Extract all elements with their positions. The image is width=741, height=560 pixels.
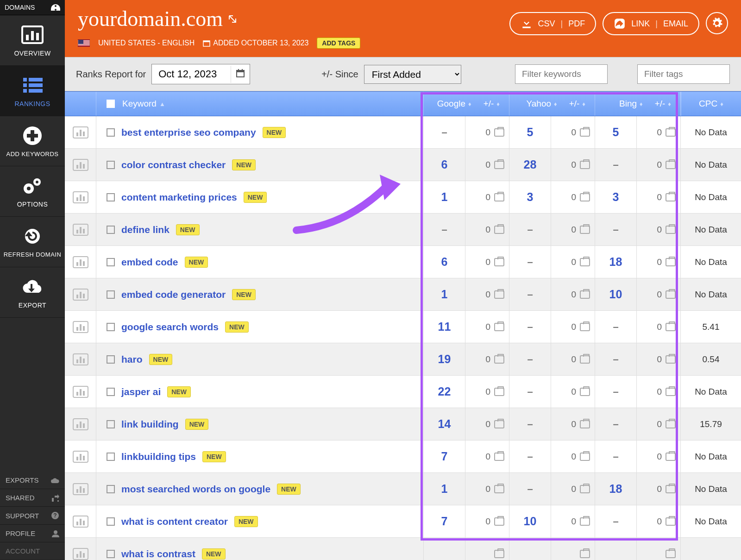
camera-icon[interactable] [494, 323, 504, 331]
sidebar-domains[interactable]: DOMAINS [0, 0, 65, 15]
row-checkbox[interactable] [107, 517, 115, 526]
keyword-link[interactable]: embed code [121, 257, 178, 268]
keyword-link[interactable]: google search words [121, 321, 219, 333]
col-bing[interactable]: Bing♦+/-♦ [595, 92, 681, 116]
sidebar-item-refresh-domain[interactable]: REFRESH DOMAIN [0, 217, 65, 267]
sidebar-account[interactable]: ACCOUNT [0, 542, 65, 560]
camera-icon[interactable] [580, 226, 590, 234]
camera-icon[interactable] [494, 420, 504, 428]
camera-icon[interactable] [494, 290, 504, 299]
keyword-link[interactable]: jasper ai [121, 386, 161, 397]
camera-icon[interactable] [494, 258, 504, 266]
camera-icon[interactable] [580, 258, 590, 266]
date-picker[interactable] [151, 64, 250, 84]
camera-icon[interactable] [666, 453, 676, 461]
keyword-link[interactable]: link building [121, 419, 179, 430]
settings-button[interactable] [706, 12, 728, 34]
camera-icon[interactable] [494, 517, 504, 526]
camera-icon[interactable] [580, 323, 590, 331]
keyword-link[interactable]: most searched words on google [121, 484, 270, 495]
row-checkbox[interactable] [107, 355, 115, 364]
sidebar-item-overview[interactable]: OVERVIEW [0, 15, 65, 66]
sidebar-item-rankings[interactable]: RANKINGS [0, 66, 65, 116]
col-cpc[interactable]: CPC♦ [681, 92, 741, 116]
keyword-link[interactable]: define link [121, 224, 170, 235]
row-chart-button[interactable] [65, 246, 96, 278]
filter-tags-input[interactable] [637, 64, 730, 84]
row-chart-button[interactable] [65, 505, 96, 537]
sidebar-item-options[interactable]: OPTIONS [0, 166, 65, 217]
sidebar-support[interactable]: SUPPORT? [0, 507, 65, 525]
camera-icon[interactable] [666, 226, 676, 234]
sidebar-shared[interactable]: SHARED [0, 489, 65, 507]
calendar-icon[interactable] [231, 66, 250, 83]
camera-icon[interactable] [580, 517, 590, 526]
sidebar-item-export[interactable]: EXPORT [0, 267, 65, 318]
row-chart-button[interactable] [65, 149, 96, 181]
camera-icon[interactable] [494, 355, 504, 364]
row-checkbox[interactable] [107, 388, 115, 396]
col-google[interactable]: Google♦+/-♦ [424, 92, 509, 116]
camera-icon[interactable] [666, 550, 676, 558]
row-chart-button[interactable] [65, 473, 96, 505]
camera-icon[interactable] [494, 161, 504, 169]
camera-icon[interactable] [494, 388, 504, 396]
row-chart-button[interactable] [65, 116, 96, 148]
keyword-link[interactable]: color contrast checker [121, 159, 226, 170]
sidebar-profile[interactable]: PROFILE [0, 525, 65, 542]
row-checkbox[interactable] [107, 485, 115, 493]
camera-icon[interactable] [580, 388, 590, 396]
row-chart-button[interactable] [65, 440, 96, 472]
select-all-checkbox[interactable] [107, 100, 115, 108]
row-chart-button[interactable] [65, 181, 96, 213]
row-checkbox[interactable] [107, 290, 115, 299]
keyword-link[interactable]: haro [121, 354, 143, 365]
camera-icon[interactable] [494, 193, 504, 201]
row-checkbox[interactable] [107, 420, 115, 428]
keyword-link[interactable]: linkbuilding tips [121, 451, 196, 462]
camera-icon[interactable] [580, 453, 590, 461]
row-chart-button[interactable] [65, 214, 96, 245]
camera-icon[interactable] [666, 128, 676, 137]
row-chart-button[interactable] [65, 538, 96, 560]
camera-icon[interactable] [580, 128, 590, 137]
camera-icon[interactable] [666, 388, 676, 396]
camera-icon[interactable] [666, 517, 676, 526]
export-csv-pdf-button[interactable]: CSV | PDF [509, 12, 597, 35]
row-chart-button[interactable] [65, 408, 96, 440]
row-checkbox[interactable] [107, 193, 115, 201]
row-checkbox[interactable] [107, 128, 115, 137]
keyword-link[interactable]: embed code generator [121, 289, 226, 300]
row-checkbox[interactable] [107, 258, 115, 266]
row-checkbox[interactable] [107, 453, 115, 461]
sidebar-item-add-keywords[interactable]: ADD KEYWORDS [0, 116, 65, 166]
camera-icon[interactable] [494, 485, 504, 493]
keyword-link[interactable]: what is content creator [121, 516, 228, 527]
camera-icon[interactable] [666, 193, 676, 201]
keyword-link[interactable]: content marketing prices [121, 192, 237, 203]
camera-icon[interactable] [580, 550, 590, 558]
camera-icon[interactable] [494, 453, 504, 461]
camera-icon[interactable] [580, 485, 590, 493]
row-chart-button[interactable] [65, 278, 96, 310]
keyword-link[interactable]: what is contrast [121, 548, 195, 560]
row-chart-button[interactable] [65, 311, 96, 343]
share-link-email-button[interactable]: LINK | EMAIL [603, 12, 699, 35]
camera-icon[interactable] [666, 420, 676, 428]
camera-icon[interactable] [580, 161, 590, 169]
camera-icon[interactable] [580, 420, 590, 428]
camera-icon[interactable] [666, 161, 676, 169]
camera-icon[interactable] [494, 226, 504, 234]
domain-title[interactable]: yourdomain.com [78, 6, 360, 31]
add-tags-button[interactable]: ADD TAGS [317, 38, 360, 49]
camera-icon[interactable] [580, 290, 590, 299]
since-dropdown[interactable]: First Added [364, 65, 461, 84]
keyword-link[interactable]: best enterprise seo company [121, 127, 256, 138]
camera-icon[interactable] [580, 355, 590, 364]
date-input[interactable] [152, 64, 231, 84]
row-chart-button[interactable] [65, 376, 96, 408]
row-checkbox[interactable] [107, 226, 115, 234]
camera-icon[interactable] [666, 258, 676, 266]
col-yahoo[interactable]: Yahoo♦+/-♦ [509, 92, 595, 116]
col-keyword[interactable]: Keyword ▲ [96, 92, 424, 116]
